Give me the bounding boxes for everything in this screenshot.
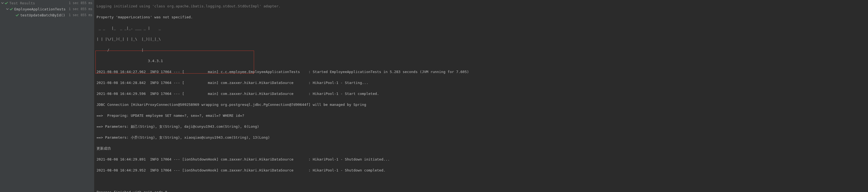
console-line: Property 'mapperLocations' was not speci… <box>96 14 866 20</box>
console-line: 2021-08-08 16:44:28.842 INFO 17064 --- [… <box>96 80 866 86</box>
console-line: _ _ |_ _ _|_. ___ _ | _ <box>96 26 866 31</box>
console-line: 2021-08-08 16:44:29.596 INFO 17064 --- [… <box>96 91 866 97</box>
console-line: Process finished with exit code 0 <box>96 190 866 192</box>
console-line <box>96 179 866 184</box>
console-line: ==> Parameters: 妲己(String), 女(String), d… <box>96 124 866 129</box>
tree-test-time: 1 sec 855 ms <box>69 13 92 17</box>
console-line: 2021-08-08 16:44:27.962 INFO 17064 --- [… <box>96 69 866 75</box>
console-line: Logging initialized using 'class org.apa… <box>96 4 866 9</box>
check-icon <box>4 1 8 5</box>
tree-test-label: testUpdateBatchById() <box>20 13 69 17</box>
console-line: 3.4.3.1 <box>96 58 866 64</box>
console-line: JDBC Connection [HikariProxyConnection@5… <box>96 102 866 107</box>
tree-root-row[interactable]: Test Results 1 sec 855 ms <box>0 0 94 6</box>
tree-test-row[interactable]: testUpdateBatchById() 1 sec 855 ms <box>0 12 94 18</box>
tree-suite-time: 1 sec 855 ms <box>69 7 92 11</box>
chevron-down-icon <box>6 8 9 10</box>
console-line: / | <box>96 47 866 53</box>
console-line: | | |\/|_)(_| | |_\ |_)||_|_\ <box>96 36 866 42</box>
console-output[interactable]: Logging initialized using 'class org.apa… <box>94 0 868 192</box>
test-results-panel: Test Results 1 sec 855 ms EmployeeApplic… <box>0 0 94 192</box>
tree-suite-row[interactable]: EmployeeApplicationTests 1 sec 855 ms <box>0 6 94 12</box>
console-line: 2021-08-08 16:44:29.952 INFO 17064 --- [… <box>96 168 866 173</box>
check-icon <box>9 7 13 11</box>
console-line: 2021-08-08 16:44:29.891 INFO 17064 --- [… <box>96 157 866 162</box>
console-line: ==> Parameters: 小乔(String), 女(String), x… <box>96 135 866 140</box>
check-icon <box>15 13 19 17</box>
chevron-down-icon <box>1 2 4 4</box>
console-line: 更新成功 <box>96 146 866 151</box>
tree-root-time: 1 sec 855 ms <box>69 1 92 5</box>
tree-suite-label: EmployeeApplicationTests <box>14 7 69 11</box>
tree-root-label: Test Results <box>9 1 69 5</box>
console-line: ==> Preparing: UPDATE employee SET name=… <box>96 113 866 119</box>
